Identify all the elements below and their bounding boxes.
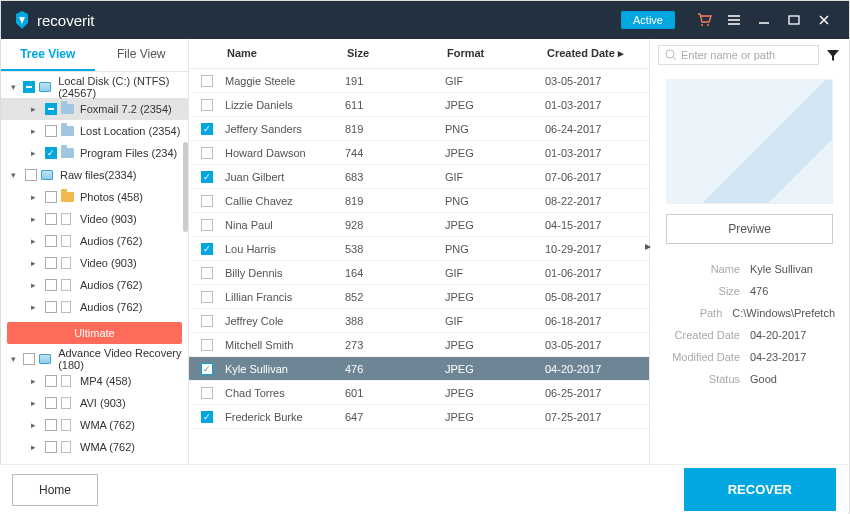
row-checkbox[interactable] bbox=[201, 171, 213, 183]
table-row[interactable]: Jeffery Sanders819PNG06-24-2017 bbox=[189, 117, 649, 141]
close-icon[interactable] bbox=[811, 7, 837, 33]
tree-item[interactable]: ▸Video (903) bbox=[1, 208, 188, 230]
tree-label: Audios (762) bbox=[80, 301, 142, 313]
maximize-icon[interactable] bbox=[781, 7, 807, 33]
ultimate-badge[interactable]: Ultimate bbox=[7, 322, 182, 344]
table-row[interactable]: Frederick Burke647JPEG07-25-2017 bbox=[189, 405, 649, 429]
tree-checkbox[interactable] bbox=[45, 397, 57, 409]
expand-arrow-icon[interactable]: ▾ bbox=[11, 354, 19, 364]
tree-checkbox[interactable] bbox=[45, 375, 57, 387]
row-checkbox[interactable] bbox=[201, 339, 213, 351]
row-checkbox[interactable] bbox=[201, 411, 213, 423]
tree-checkbox[interactable] bbox=[25, 169, 37, 181]
col-name[interactable]: Name bbox=[227, 47, 347, 60]
menu-icon[interactable] bbox=[721, 7, 747, 33]
tree-item[interactable]: ▾Advance Video Recovery (180) bbox=[1, 348, 188, 370]
tree-item[interactable]: ▸AVI (903) bbox=[1, 392, 188, 414]
table-row[interactable]: Jeffrey Cole388GIF06-18-2017 bbox=[189, 309, 649, 333]
tree-checkbox[interactable] bbox=[45, 213, 57, 225]
cart-icon[interactable] bbox=[691, 7, 717, 33]
expand-arrow-icon[interactable]: ▾ bbox=[11, 170, 21, 180]
expand-arrow-icon[interactable]: ▸ bbox=[31, 442, 41, 452]
tree-checkbox[interactable] bbox=[45, 125, 57, 137]
tree-item[interactable]: ▾Raw files(2334) bbox=[1, 164, 188, 186]
minimize-icon[interactable] bbox=[751, 7, 777, 33]
tree-item[interactable]: ▸Photos (458) bbox=[1, 186, 188, 208]
tree-item[interactable]: ▸MP4 (458) bbox=[1, 370, 188, 392]
table-row[interactable]: Lizzie Daniels611JPEG01-03-2017 bbox=[189, 93, 649, 117]
row-checkbox[interactable] bbox=[201, 147, 213, 159]
tab-tree-view[interactable]: Tree View bbox=[1, 39, 95, 71]
tree-checkbox[interactable] bbox=[45, 301, 57, 313]
table-row[interactable]: Juan Gilbert683GIF07-06-2017 bbox=[189, 165, 649, 189]
expand-arrow-icon[interactable]: ▸ bbox=[31, 302, 41, 312]
tree-item[interactable]: ▸Audios (762) bbox=[1, 230, 188, 252]
col-date[interactable]: Created Date ▸ bbox=[547, 47, 637, 60]
expand-arrow-icon[interactable]: ▸ bbox=[31, 192, 41, 202]
expand-arrow-icon[interactable]: ▸ bbox=[31, 214, 41, 224]
table-row[interactable]: Chad Torres601JPEG06-25-2017 bbox=[189, 381, 649, 405]
table-row[interactable]: Maggie Steele191GIF03-05-2017 bbox=[189, 69, 649, 93]
tree-checkbox[interactable] bbox=[45, 147, 57, 159]
table-row[interactable]: Mitchell Smith273JPEG03-05-2017 bbox=[189, 333, 649, 357]
table-row[interactable]: Lillian Francis852JPEG05-08-2017 bbox=[189, 285, 649, 309]
tree-item[interactable]: ▸Audios (762) bbox=[1, 296, 188, 318]
tree-item[interactable]: ▾Local Disk (C:) (NTFS) (24567) bbox=[1, 76, 188, 98]
cell-name: Kyle Sullivan bbox=[225, 363, 345, 375]
tree-checkbox[interactable] bbox=[45, 103, 57, 115]
tree-checkbox[interactable] bbox=[45, 279, 57, 291]
expand-arrow-icon[interactable]: ▸ bbox=[31, 236, 41, 246]
table-row[interactable]: Billy Dennis164GIF01-06-2017 bbox=[189, 261, 649, 285]
tree-item[interactable]: ▸Program Files (234) bbox=[1, 142, 188, 164]
table-row[interactable]: Lou Harris538PNG10-29-2017 bbox=[189, 237, 649, 261]
table-row[interactable]: Nina Paul928JPEG04-15-2017 bbox=[189, 213, 649, 237]
tree-item[interactable]: ▸WMA (762) bbox=[1, 414, 188, 436]
tree-item[interactable]: ▸Lost Location (2354) bbox=[1, 120, 188, 142]
table-row[interactable]: Howard Dawson744JPEG01-03-2017 bbox=[189, 141, 649, 165]
row-checkbox[interactable] bbox=[201, 99, 213, 111]
row-checkbox[interactable] bbox=[201, 315, 213, 327]
tree-checkbox[interactable] bbox=[45, 235, 57, 247]
tree-item[interactable]: ▸WMA (762) bbox=[1, 436, 188, 458]
row-checkbox[interactable] bbox=[201, 219, 213, 231]
table-row[interactable]: Kyle Sullivan476JPEG04-20-2017 bbox=[189, 357, 649, 381]
filter-icon[interactable] bbox=[825, 47, 841, 63]
expand-arrow-icon[interactable]: ▸ bbox=[31, 126, 41, 136]
tree-checkbox[interactable] bbox=[23, 81, 35, 93]
row-checkbox[interactable] bbox=[201, 123, 213, 135]
expand-arrow-icon[interactable]: ▸ bbox=[31, 376, 41, 386]
expand-arrow-icon[interactable]: ▸ bbox=[31, 258, 41, 268]
expand-arrow-icon[interactable]: ▸ bbox=[31, 280, 41, 290]
tree-item[interactable]: ▸Video (903) bbox=[1, 252, 188, 274]
row-checkbox[interactable] bbox=[201, 291, 213, 303]
home-button[interactable]: Home bbox=[12, 474, 98, 506]
row-checkbox[interactable] bbox=[201, 387, 213, 399]
active-badge[interactable]: Active bbox=[621, 11, 675, 29]
expand-arrow-icon[interactable]: ▸ bbox=[31, 104, 41, 114]
row-checkbox[interactable] bbox=[201, 243, 213, 255]
tree-checkbox[interactable] bbox=[45, 419, 57, 431]
row-checkbox[interactable] bbox=[201, 267, 213, 279]
tree-checkbox[interactable] bbox=[45, 191, 57, 203]
recover-button[interactable]: RECOVER bbox=[684, 468, 836, 511]
tab-file-view[interactable]: File View bbox=[95, 39, 189, 71]
preview-button[interactable]: Previwe bbox=[666, 214, 833, 244]
tree-item[interactable]: ▸Foxmail 7.2 (2354) bbox=[1, 98, 188, 120]
col-size[interactable]: Size bbox=[347, 47, 447, 60]
scrollbar-thumb[interactable] bbox=[183, 142, 188, 232]
expand-arrow-icon[interactable]: ▸ bbox=[31, 148, 41, 158]
expand-arrow-icon[interactable]: ▾ bbox=[11, 82, 19, 92]
tree-checkbox[interactable] bbox=[23, 353, 35, 365]
col-format[interactable]: Format bbox=[447, 47, 547, 60]
expand-preview-icon[interactable]: ▸ bbox=[645, 239, 651, 253]
tree-checkbox[interactable] bbox=[45, 441, 57, 453]
tree-checkbox[interactable] bbox=[45, 257, 57, 269]
search-input[interactable]: Enter name or path bbox=[658, 45, 819, 65]
table-row[interactable]: Callie Chavez819PNG08-22-2017 bbox=[189, 189, 649, 213]
expand-arrow-icon[interactable]: ▸ bbox=[31, 420, 41, 430]
expand-arrow-icon[interactable]: ▸ bbox=[31, 398, 41, 408]
row-checkbox[interactable] bbox=[201, 195, 213, 207]
row-checkbox[interactable] bbox=[201, 363, 213, 375]
row-checkbox[interactable] bbox=[201, 75, 213, 87]
tree-item[interactable]: ▸Audios (762) bbox=[1, 274, 188, 296]
